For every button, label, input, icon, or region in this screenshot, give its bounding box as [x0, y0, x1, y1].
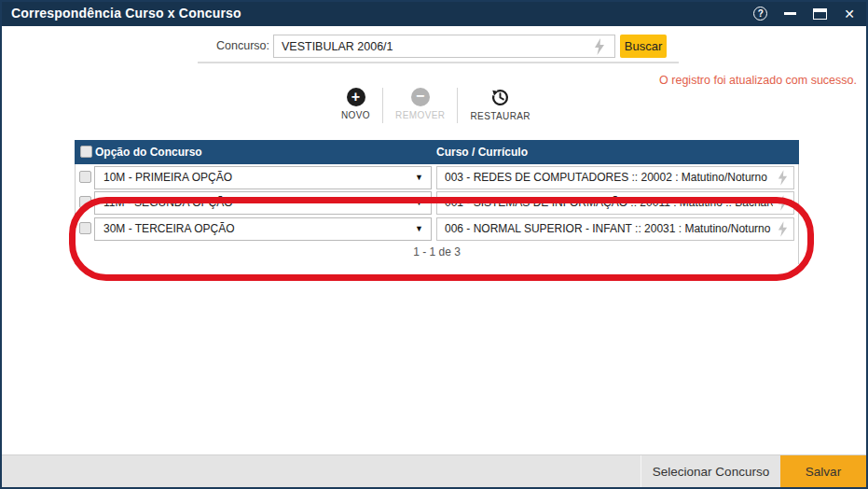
opcao-select-value: 30M - TERCEIRA OPÇÃO — [103, 218, 408, 240]
lightning-icon[interactable] — [777, 195, 789, 211]
table-row: 30M - TERCEIRA OPÇÃO ▼ 006 - NORMAL SUPE… — [75, 217, 799, 241]
remover-button[interactable]: REMOVER — [383, 88, 457, 120]
opcao-select-value: 11M - SEGUNDA OPÇÃO — [103, 192, 408, 214]
row-checkbox[interactable] — [79, 171, 91, 183]
help-icon[interactable]: ? — [753, 7, 767, 21]
opcao-select-value: 10M - PRIMEIRA OPÇÃO — [103, 167, 408, 189]
selecionar-concurso-button[interactable]: Selecionar Concurso — [641, 455, 780, 488]
row-checkbox[interactable] — [79, 196, 91, 208]
opcao-select[interactable]: 11M - SEGUNDA OPÇÃO ▼ — [94, 191, 432, 215]
section-divider — [198, 62, 679, 63]
concurso-label: Concurso: — [142, 39, 269, 52]
plus-circle-icon — [347, 88, 365, 106]
status-message: O registro foi atualizado com sucesso. — [659, 74, 857, 87]
pagination-label: 1 - 1 de 3 — [75, 245, 799, 258]
remover-label: REMOVER — [395, 110, 445, 120]
novo-button[interactable]: NOVO — [329, 88, 382, 120]
caret-down-icon: ▼ — [415, 225, 423, 233]
maximize-icon[interactable] — [813, 8, 827, 20]
table-row: 10M - PRIMEIRA OPÇÃO ▼ 003 - REDES DE CO… — [75, 166, 799, 189]
minimize-icon[interactable] — [784, 12, 796, 15]
caret-down-icon: ▼ — [415, 199, 423, 207]
table-header: Opção do Concurso Curso / Currículo — [75, 140, 799, 164]
history-icon — [490, 88, 510, 107]
lightning-icon[interactable] — [777, 221, 789, 237]
column-header-opcao: Opção do Concurso — [95, 140, 202, 164]
curso-lookup-field[interactable]: 001 - SISTEMAS DE INFORMAÇÃO :: 20011 : … — [436, 191, 794, 215]
footer-bar: Selecionar Concurso Salvar — [2, 454, 866, 487]
restaurar-label: RESTAURAR — [470, 111, 530, 121]
curso-value: 006 - NORMAL SUPERIOR - INFANT :: 20031 … — [445, 218, 773, 240]
window-title: Correspondência Curso x Concurso — [11, 2, 241, 25]
row-checkbox[interactable] — [79, 222, 91, 234]
lightning-icon[interactable] — [593, 38, 606, 55]
lightning-icon[interactable] — [777, 170, 789, 186]
window: Correspondência Curso x Concurso ? ✕ Con… — [0, 0, 868, 489]
close-icon[interactable]: ✕ — [844, 7, 855, 21]
restaurar-button[interactable]: RESTAURAR — [458, 88, 543, 121]
minus-circle-icon — [411, 88, 430, 106]
salvar-button[interactable]: Salvar — [780, 455, 866, 488]
table-row: 11M - SEGUNDA OPÇÃO ▼ 001 - SISTEMAS DE … — [75, 191, 799, 215]
buscar-button[interactable]: Buscar — [620, 35, 667, 58]
select-all-checkbox[interactable] — [80, 146, 92, 158]
opcao-select[interactable]: 10M - PRIMEIRA OPÇÃO ▼ — [94, 166, 432, 189]
novo-label: NOVO — [341, 110, 370, 120]
column-header-curso: Curso / Currículo — [436, 140, 528, 164]
caret-down-icon: ▼ — [415, 174, 423, 182]
concurso-input[interactable] — [273, 35, 615, 58]
toolbar: NOVO REMOVER RESTAURAR — [2, 88, 868, 127]
curso-value: 001 - SISTEMAS DE INFORMAÇÃO :: 20011 : … — [445, 192, 773, 214]
curso-value: 003 - REDES DE COMPUTADORES :: 20002 : M… — [445, 167, 773, 189]
curso-lookup-field[interactable]: 003 - REDES DE COMPUTADORES :: 20002 : M… — [436, 166, 794, 189]
window-controls: ? ✕ — [753, 2, 855, 25]
opcao-select[interactable]: 30M - TERCEIRA OPÇÃO ▼ — [94, 217, 432, 241]
curso-lookup-field[interactable]: 006 - NORMAL SUPERIOR - INFANT :: 20031 … — [436, 217, 794, 241]
titlebar: Correspondência Curso x Concurso ? ✕ — [2, 2, 866, 26]
